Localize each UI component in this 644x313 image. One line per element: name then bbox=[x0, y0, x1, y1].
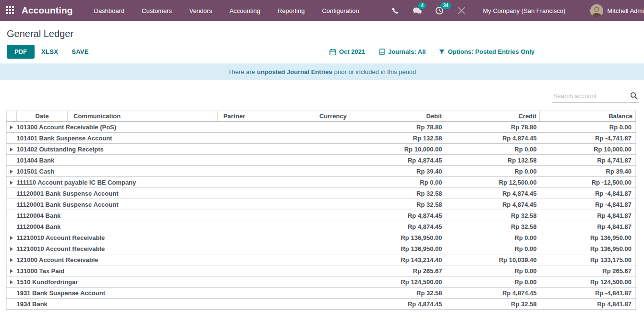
date-filter[interactable]: Oct 2021 bbox=[329, 48, 365, 55]
expand-triangle-icon bbox=[10, 125, 13, 129]
balance-value: Rp 0.00 bbox=[540, 122, 636, 133]
credit-value: Rp 0.00 bbox=[445, 232, 540, 243]
menu-reporting[interactable]: Reporting bbox=[278, 7, 304, 14]
apps-menu-icon[interactable] bbox=[6, 6, 15, 15]
journals-filter[interactable]: Journals: All bbox=[378, 48, 425, 55]
table-header-row: Date Communication Partner Currency Debi… bbox=[7, 111, 636, 122]
account-name[interactable]: 131000 Tax Paid bbox=[17, 265, 350, 276]
account-name[interactable]: 11120004 Bank bbox=[17, 210, 350, 221]
expand-caret[interactable] bbox=[7, 166, 17, 177]
expand-caret[interactable] bbox=[7, 232, 17, 243]
app-title[interactable]: Accounting bbox=[22, 5, 73, 16]
messages-icon[interactable]: 4 bbox=[413, 6, 422, 15]
table-row: 101404 Bank Rp 4,874.45 Rp 132.58 Rp 4,7… bbox=[7, 155, 636, 166]
table-row: 11210010 Account Receivable Rp 136,950.0… bbox=[7, 243, 636, 254]
search-input[interactable] bbox=[552, 90, 639, 102]
credit-value: Rp 4,874.45 bbox=[445, 133, 540, 144]
pdf-button[interactable]: PDF bbox=[7, 45, 35, 59]
account-name[interactable]: 101401 Bank Suspense Account bbox=[17, 133, 350, 144]
table-row: 101501 Cash Rp 39.40 Rp 0.00 Rp 39.40 bbox=[7, 166, 636, 177]
phone-icon[interactable] bbox=[390, 6, 400, 15]
balance-value: Rp 133,175.00 bbox=[540, 254, 636, 265]
table-row: 101300 Account Receivable (PoS) Rp 78.80… bbox=[7, 122, 636, 133]
menu-accounting[interactable]: Accounting bbox=[230, 7, 260, 14]
account-search bbox=[552, 90, 639, 102]
account-name[interactable]: 1931 Bank Suspense Account bbox=[17, 288, 350, 299]
account-name[interactable]: 1934 Bank bbox=[17, 299, 350, 310]
save-button[interactable]: SAVE bbox=[65, 45, 96, 58]
balance-value: Rp 4,841.87 bbox=[540, 221, 636, 232]
table-row: 1931 Bank Suspense Account Rp 32.58 Rp 4… bbox=[7, 288, 636, 299]
account-name[interactable]: 101501 Cash bbox=[17, 166, 350, 177]
menu-customers[interactable]: Customers bbox=[142, 7, 172, 14]
debit-value: Rp 32.58 bbox=[350, 199, 445, 210]
account-name[interactable]: 101402 Outstanding Receipts bbox=[17, 144, 350, 155]
expand-caret[interactable] bbox=[7, 199, 17, 210]
expand-caret[interactable] bbox=[7, 210, 17, 221]
expand-caret[interactable] bbox=[7, 288, 17, 299]
xlsx-button[interactable]: XLSX bbox=[35, 45, 65, 58]
expand-triangle-icon bbox=[10, 236, 13, 240]
search-icon[interactable] bbox=[630, 92, 638, 101]
credit-value: Rp 4,874.45 bbox=[445, 288, 540, 299]
expand-caret[interactable] bbox=[7, 155, 17, 166]
expand-caret[interactable] bbox=[7, 299, 17, 310]
table-row: 1934 Bank Rp 4,874.45 Rp 32.58 Rp 4,841.… bbox=[7, 299, 636, 310]
credit-value: Rp 10,039.40 bbox=[445, 254, 540, 265]
header-balance: Balance bbox=[540, 111, 636, 122]
expand-caret[interactable] bbox=[7, 276, 17, 288]
expand-triangle-icon bbox=[10, 258, 13, 262]
account-name[interactable]: 11210010 Account Receivable bbox=[17, 243, 350, 254]
balance-value: Rp 265.67 bbox=[540, 265, 636, 276]
debit-value: Rp 78.80 bbox=[350, 122, 445, 133]
debit-value: Rp 0.00 bbox=[350, 177, 445, 188]
expand-caret[interactable] bbox=[7, 144, 17, 155]
table-row: 131000 Tax Paid Rp 265.67 Rp 0.00 Rp 265… bbox=[7, 265, 636, 276]
credit-value: Rp 32.58 bbox=[445, 221, 540, 232]
expand-caret[interactable] bbox=[7, 221, 17, 232]
user-menu[interactable]: Mitchell Admi bbox=[590, 4, 644, 17]
debit-value: Rp 32.58 bbox=[350, 288, 445, 299]
main-menu: Dashboard Customers Vendors Accounting R… bbox=[94, 7, 359, 14]
balance-value: Rp 124,500.00 bbox=[540, 276, 636, 288]
filter-funnel-icon bbox=[439, 49, 445, 55]
expand-triangle-icon bbox=[10, 181, 13, 185]
options-filter-label: Options: Posted Entries Only bbox=[448, 48, 535, 55]
expand-caret[interactable] bbox=[7, 265, 17, 276]
account-name[interactable]: 101404 Bank bbox=[17, 155, 350, 166]
activities-icon[interactable]: 34 bbox=[435, 6, 444, 15]
table-row: 1510 Kundfordringar Rp 124,500.00 Rp 0.0… bbox=[7, 276, 636, 288]
account-name[interactable]: 121000 Account Receivable bbox=[17, 254, 350, 265]
debit-value: Rp 10,000.00 bbox=[350, 144, 445, 155]
menu-vendors[interactable]: Vendors bbox=[189, 7, 212, 14]
menu-dashboard[interactable]: Dashboard bbox=[94, 7, 125, 14]
expand-caret[interactable] bbox=[7, 254, 17, 265]
menu-configuration[interactable]: Configuration bbox=[322, 7, 359, 14]
expand-caret[interactable] bbox=[7, 243, 17, 254]
balance-value: Rp 136,950.00 bbox=[540, 243, 636, 254]
expand-caret[interactable] bbox=[7, 188, 17, 199]
expand-caret[interactable] bbox=[7, 122, 17, 133]
balance-value: Rp 39.40 bbox=[540, 166, 636, 177]
account-name[interactable]: 11210010 Account Receivable bbox=[17, 232, 350, 243]
credit-value: Rp 132.58 bbox=[445, 155, 540, 166]
options-filter[interactable]: Options: Posted Entries Only bbox=[439, 48, 535, 55]
header-expand-col bbox=[7, 111, 17, 122]
account-name[interactable]: 101300 Account Receivable (PoS) bbox=[17, 122, 350, 133]
header-credit: Credit bbox=[445, 111, 540, 122]
account-name[interactable]: 1510 Kundfordringar bbox=[17, 276, 350, 288]
expand-caret[interactable] bbox=[7, 177, 17, 188]
account-name[interactable]: 11120001 Bank Suspense Account bbox=[17, 188, 350, 199]
activities-badge: 34 bbox=[440, 2, 450, 9]
debit-value: Rp 136,950.00 bbox=[350, 232, 445, 243]
account-name[interactable]: 111110 Account payable IC BE Company bbox=[17, 177, 350, 188]
action-row: PDF XLSX SAVE Oct 2021 Journals: All Opt… bbox=[7, 44, 644, 59]
credit-value: Rp 0.00 bbox=[445, 166, 540, 177]
account-name[interactable]: 11120004 Bank bbox=[17, 221, 350, 232]
tools-icon[interactable] bbox=[457, 6, 466, 15]
company-switcher[interactable]: My Company (San Francisco) bbox=[483, 7, 565, 14]
account-name[interactable]: 11120001 Bank Suspense Account bbox=[17, 199, 350, 210]
expand-caret[interactable] bbox=[7, 133, 17, 144]
top-navbar: Accounting Dashboard Customers Vendors A… bbox=[0, 0, 644, 21]
calendar-icon bbox=[329, 49, 336, 55]
